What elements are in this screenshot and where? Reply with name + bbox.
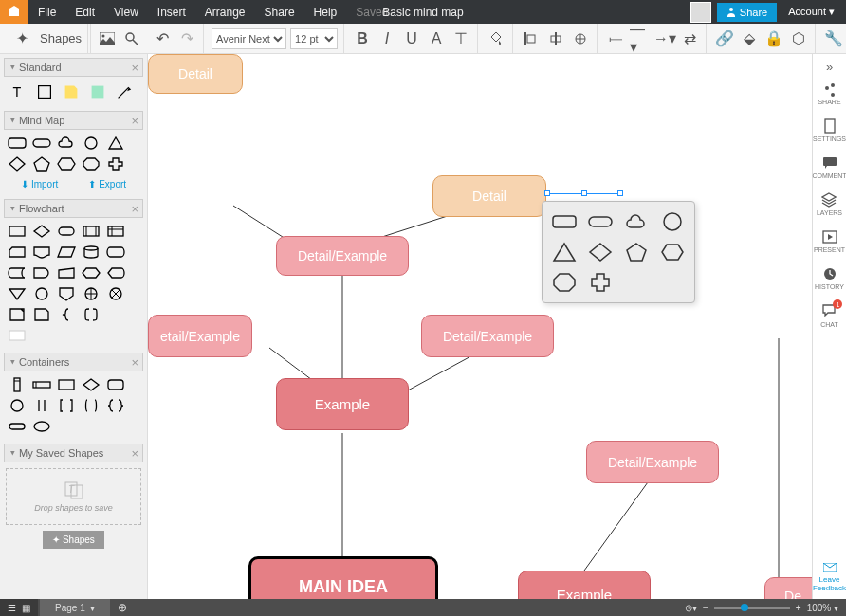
- user-avatar[interactable]: [690, 2, 711, 23]
- cont-circle[interactable]: [8, 398, 27, 413]
- grid-view-icon[interactable]: ▦: [22, 603, 30, 613]
- wrench-icon[interactable]: 🔧: [823, 28, 844, 49]
- close-icon[interactable]: ×: [131, 446, 138, 461]
- cube-icon[interactable]: ⬡: [788, 28, 809, 49]
- rail-present[interactable]: PRESENT: [814, 229, 845, 253]
- fc-internal[interactable]: [106, 224, 125, 239]
- fc-preparation[interactable]: [82, 265, 101, 281]
- add-shapes-button[interactable]: ✦ Shapes: [43, 531, 104, 549]
- close-icon[interactable]: ×: [131, 114, 138, 128]
- popup-shape-octagon[interactable]: [552, 272, 577, 293]
- text-color-icon[interactable]: A: [426, 28, 447, 49]
- italic-icon[interactable]: I: [377, 28, 397, 49]
- node-detex-1[interactable]: Detail/Example: [276, 236, 409, 276]
- fc-document[interactable]: [32, 245, 51, 260]
- list-view-icon[interactable]: ☰: [8, 603, 16, 613]
- cont-ellipse[interactable]: [32, 419, 51, 434]
- cont-bracket1[interactable]: [32, 398, 51, 413]
- fc-note2[interactable]: [32, 307, 51, 322]
- line-style-icon[interactable]: —▾: [630, 28, 651, 49]
- fc-data[interactable]: [57, 245, 76, 260]
- fc-manual[interactable]: [57, 265, 76, 281]
- node-detex-4[interactable]: Detail/Example: [586, 441, 719, 483]
- rail-chat[interactable]: CHAT: [820, 303, 838, 328]
- fc-offpage[interactable]: [57, 286, 76, 301]
- popup-shape-hexagon[interactable]: [660, 242, 685, 263]
- zoom-value[interactable]: 100% ▾: [807, 603, 838, 613]
- canvas[interactable]: Detail Detail Detail/Example etail/Examp…: [148, 54, 812, 599]
- fc-terminator[interactable]: [57, 224, 76, 239]
- text-align-icon[interactable]: ⊤: [451, 28, 471, 49]
- shape-pentagon[interactable]: [32, 156, 51, 172]
- shape-circle[interactable]: [82, 136, 101, 151]
- import-link[interactable]: ⬇ Import: [21, 179, 58, 190]
- menu-edit[interactable]: Edit: [65, 6, 104, 19]
- align-left-icon[interactable]: [521, 28, 542, 49]
- node-detail-2[interactable]: Detail: [432, 175, 546, 217]
- node-detail-1[interactable]: Detail: [148, 54, 243, 94]
- fc-blank[interactable]: [8, 328, 27, 343]
- underline-icon[interactable]: U: [401, 28, 422, 49]
- zoom-to-fit-icon[interactable]: ⊙▾: [685, 603, 697, 613]
- add-page-button[interactable]: ⊕: [110, 601, 135, 614]
- rail-comment[interactable]: COMMENT: [812, 155, 846, 179]
- shape-note[interactable]: [61, 82, 82, 101]
- fc-database[interactable]: [82, 245, 101, 260]
- cont-rect[interactable]: [57, 377, 76, 392]
- fc-process[interactable]: [8, 224, 27, 239]
- cont-horiz[interactable]: [32, 377, 51, 392]
- page-tab[interactable]: Page 1 ▾: [40, 599, 110, 616]
- close-icon[interactable]: ×: [131, 355, 138, 370]
- close-icon[interactable]: ×: [131, 61, 138, 75]
- menu-file[interactable]: File: [28, 6, 65, 19]
- shape-cloud[interactable]: [57, 136, 76, 151]
- menu-view[interactable]: View: [104, 6, 148, 19]
- shape-stadium[interactable]: [32, 136, 51, 151]
- menu-share[interactable]: Share: [255, 6, 304, 19]
- shape-hexagon[interactable]: [57, 156, 76, 172]
- align-right-icon[interactable]: [570, 28, 591, 49]
- shape-cross[interactable]: [106, 156, 125, 172]
- selection-handle[interactable]: [581, 190, 587, 196]
- menu-insert[interactable]: Insert: [148, 6, 195, 19]
- node-detex-3[interactable]: Detail/Example: [421, 315, 554, 357]
- align-center-icon[interactable]: [545, 28, 566, 49]
- fc-display[interactable]: [106, 265, 125, 281]
- rail-share[interactable]: SHARE: [818, 82, 840, 105]
- zoom-in-icon[interactable]: +: [796, 603, 801, 613]
- undo-icon[interactable]: ↶: [152, 28, 173, 49]
- fc-connector[interactable]: [32, 286, 51, 301]
- redo-icon[interactable]: ↷: [176, 28, 197, 49]
- font-size-select[interactable]: 12 pt: [290, 28, 338, 49]
- fc-or[interactable]: [82, 286, 101, 301]
- popup-shape-cross[interactable]: [588, 272, 613, 293]
- fill-icon[interactable]: [486, 28, 506, 49]
- image-icon[interactable]: [97, 28, 118, 49]
- menu-help[interactable]: Help: [304, 6, 347, 19]
- fc-card[interactable]: [8, 245, 27, 260]
- popup-shape-stadium[interactable]: [588, 211, 613, 232]
- search-icon[interactable]: [121, 28, 142, 49]
- menu-arrange[interactable]: Arrange: [195, 6, 255, 19]
- feedback-link[interactable]: Leave Feedback: [813, 563, 846, 593]
- fc-merge[interactable]: [8, 286, 27, 301]
- share-button[interactable]: Share: [717, 3, 777, 22]
- fc-bracket[interactable]: [82, 307, 101, 322]
- fc-delay[interactable]: [32, 265, 51, 281]
- popup-shape-diamond[interactable]: [588, 242, 613, 263]
- node-main-idea[interactable]: MAIN IDEA: [248, 556, 438, 599]
- shape-roundrect[interactable]: [8, 136, 27, 151]
- line-type-icon[interactable]: ⇄: [679, 28, 700, 49]
- shape-rect[interactable]: [34, 82, 55, 101]
- line-end-icon[interactable]: →▾: [654, 28, 675, 49]
- popup-shape-circle[interactable]: [660, 211, 685, 232]
- fc-decision[interactable]: [32, 224, 51, 239]
- shape-diamond[interactable]: [8, 156, 27, 172]
- fc-sum[interactable]: [106, 286, 125, 301]
- shapes-menu-icon[interactable]: ✦: [11, 28, 32, 49]
- fc-storage[interactable]: [8, 265, 27, 281]
- shape-arrow[interactable]: [114, 82, 135, 101]
- node-det-partial[interactable]: De: [764, 577, 812, 599]
- export-link[interactable]: ⬆ Export: [88, 179, 126, 190]
- fc-brace[interactable]: [57, 307, 76, 322]
